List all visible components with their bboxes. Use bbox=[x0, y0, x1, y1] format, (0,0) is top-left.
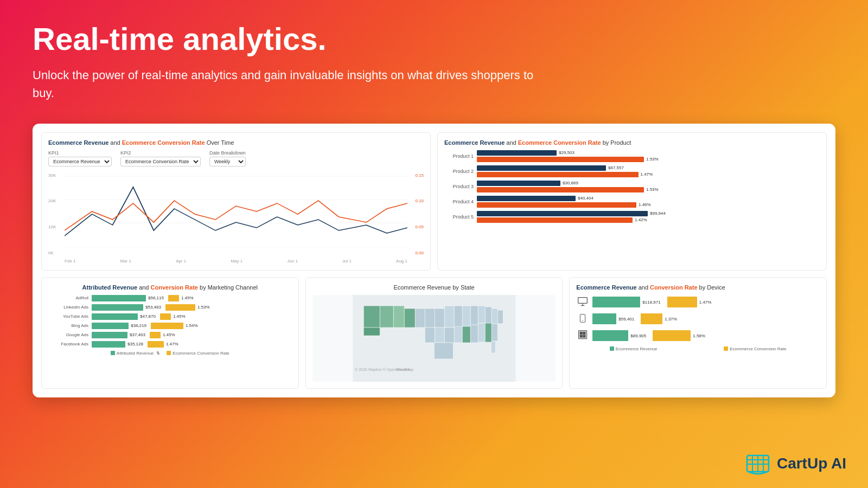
date-select[interactable]: Weekly bbox=[209, 157, 246, 166]
conv-bar bbox=[477, 172, 639, 177]
rev-val: $35,128 bbox=[127, 342, 143, 346]
kpi2-label: KPI2 bbox=[120, 150, 201, 156]
product-bar-group: $99,944 1.42% bbox=[477, 211, 820, 223]
channel-bars: $37,463 1.45% bbox=[92, 332, 292, 338]
kpi2-group: KPI2 Ecommerce Conversion Rate bbox=[120, 150, 201, 166]
device-bars-group: $89,905 1.58% bbox=[592, 330, 820, 341]
svg-rect-29 bbox=[491, 341, 495, 353]
device-conv-bar bbox=[667, 297, 697, 307]
svg-rect-24 bbox=[462, 326, 470, 343]
kpi-controls: KPI1 Ecommerce Revenue KPI2 Ecommerce Co… bbox=[48, 150, 424, 166]
svg-rect-8 bbox=[404, 309, 415, 328]
legend-item-conv: Ecommerce Conversion Rate bbox=[167, 351, 229, 356]
product-bar-row: Product 4 $40,404 1.46% bbox=[444, 196, 820, 208]
svg-rect-40 bbox=[580, 332, 582, 334]
x-axis-labels: Feb 1Mar 1Apr 1May 1Jun 1Jul 1Aug 1 bbox=[48, 259, 424, 264]
device-bar-row: $59,401 1.37% bbox=[576, 313, 820, 325]
line-title-kpi1: Ecommerce Revenue bbox=[48, 139, 108, 146]
channel-label: AdRoll bbox=[48, 296, 92, 300]
svg-rect-11 bbox=[435, 309, 444, 328]
dashboard: Ecommerce Revenue and Ecommerce Conversi… bbox=[33, 124, 835, 397]
svg-rect-27 bbox=[485, 323, 492, 342]
page-title: Real-time analytics. bbox=[33, 22, 835, 56]
device-chart-title: Ecommerce Revenue and Conversion Rate by… bbox=[576, 284, 820, 291]
svg-rect-17 bbox=[485, 307, 492, 323]
legend-yellow-dot bbox=[167, 351, 171, 355]
marketing-bar-chart: AdRoll $56,115 1.45% LinkedIn Ads $53,48… bbox=[48, 295, 292, 348]
legend-item-revenue: Attributed Revenue ⇅ bbox=[111, 351, 161, 356]
revenue-value: $67,557 bbox=[608, 165, 624, 170]
svg-rect-43 bbox=[583, 335, 585, 337]
product-bar-row: Product 2 $67,557 1.47% bbox=[444, 165, 820, 177]
conv-bar bbox=[477, 187, 644, 192]
svg-rect-23 bbox=[454, 326, 462, 343]
svg-rect-12 bbox=[444, 306, 454, 328]
svg-rect-20 bbox=[425, 328, 435, 343]
bottom-charts: Attributed Revenue and Conversion Rate b… bbox=[41, 277, 827, 389]
svg-rect-22 bbox=[444, 328, 454, 343]
marketing-bar-row: AdRoll $56,115 1.45% bbox=[48, 295, 292, 301]
svg-text:© 2020 Mapbox © OpenStreetMap: © 2020 Mapbox © OpenStreetMap bbox=[355, 368, 413, 372]
kpi1-group: KPI1 Ecommerce Revenue bbox=[48, 150, 112, 166]
device-rev-val: $118,971 bbox=[642, 300, 660, 305]
product-chart-title: Ecommerce Revenue and Ecommerce Conversi… bbox=[444, 139, 820, 146]
conv-value: 1.47% bbox=[641, 172, 653, 177]
kpi1-label: KPI1 bbox=[48, 150, 112, 156]
date-group: Date Breakdown Weekly bbox=[209, 150, 246, 166]
svg-rect-19 bbox=[497, 310, 503, 324]
conv-bar bbox=[477, 217, 633, 223]
channel-label: Google Ads bbox=[48, 332, 92, 337]
svg-rect-18 bbox=[492, 309, 497, 324]
conv-val: 1.54% bbox=[186, 323, 198, 328]
device-rev-bar bbox=[592, 330, 628, 341]
rev-bar bbox=[92, 295, 146, 301]
device-bar-row: $118,971 1.47% bbox=[576, 296, 820, 309]
rev-bar bbox=[92, 313, 138, 320]
product-bar-row: Product 3 $30,869 1.53% bbox=[444, 181, 820, 192]
device-legend: Ecommerce Revenue Ecommerce Conversion R… bbox=[576, 346, 820, 351]
device-icon bbox=[576, 296, 589, 309]
conv-bar bbox=[151, 323, 183, 329]
map-chart-panel: Ecommerce Revenue by State bbox=[305, 277, 563, 389]
svg-rect-6 bbox=[380, 306, 393, 328]
revenue-value: $30,869 bbox=[563, 181, 578, 185]
conv-bar bbox=[477, 157, 644, 162]
rev-bar bbox=[92, 323, 129, 329]
conv-val: 1.47% bbox=[166, 342, 178, 346]
product-label: Product 5 bbox=[444, 214, 477, 220]
conv-val: 1.53% bbox=[197, 305, 210, 310]
svg-rect-30 bbox=[434, 343, 453, 359]
rev-bar bbox=[92, 341, 125, 348]
revenue-bar bbox=[477, 211, 648, 216]
product-bar-group: $29,503 1.53% bbox=[477, 150, 820, 162]
rev-val: $38,219 bbox=[131, 323, 146, 328]
svg-rect-25 bbox=[470, 325, 478, 343]
conv-value: 1.53% bbox=[646, 187, 659, 192]
svg-rect-42 bbox=[580, 335, 582, 337]
product-label: Product 4 bbox=[444, 199, 477, 204]
product-label: Product 3 bbox=[444, 184, 477, 189]
subtitle-text: Unlock the power of real-time analytics … bbox=[33, 66, 548, 102]
svg-rect-14 bbox=[462, 306, 470, 326]
conv-val: 1.45% bbox=[173, 314, 186, 319]
device-conv-val: 1.58% bbox=[693, 333, 705, 338]
device-conv-bar bbox=[641, 313, 662, 324]
svg-rect-9 bbox=[415, 309, 425, 328]
channel-label: Bing Ads bbox=[48, 323, 92, 328]
map-chart-title: Ecommerce Revenue by State bbox=[312, 284, 556, 291]
svg-rect-28 bbox=[492, 324, 497, 341]
kpi2-select[interactable]: Ecommerce Conversion Rate bbox=[120, 157, 201, 166]
conv-bar bbox=[477, 202, 636, 208]
logo-text: CartUp AI bbox=[777, 455, 846, 472]
channel-bars: $53,483 1.53% bbox=[92, 304, 292, 311]
usa-map-svg: Mexico © 2020 Mapbox © OpenStreetMap bbox=[312, 295, 556, 382]
product-chart-panel: Ecommerce Revenue and Ecommerce Conversi… bbox=[437, 132, 827, 271]
product-bar-row: Product 5 $99,944 1.42% bbox=[444, 211, 820, 223]
kpi1-select[interactable]: Ecommerce Revenue bbox=[48, 157, 112, 166]
marketing-legend: Attributed Revenue ⇅ Ecommerce Conversio… bbox=[48, 351, 292, 356]
marketing-bar-row: LinkedIn Ads $53,483 1.53% bbox=[48, 304, 292, 311]
line-chart-svg bbox=[65, 171, 407, 258]
conv-val: 1.45% bbox=[163, 332, 175, 337]
marketing-bar-row: Google Ads $37,463 1.45% bbox=[48, 332, 292, 338]
product-bar-row: Product 1 $29,503 1.53% bbox=[444, 150, 820, 162]
